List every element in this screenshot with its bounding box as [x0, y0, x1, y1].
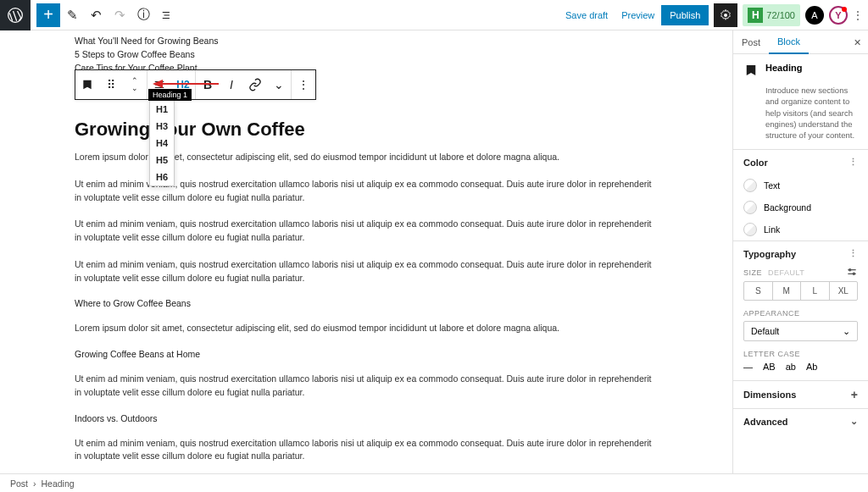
toc-item[interactable]: 5 Steps to Grow Coffee Beans — [75, 49, 658, 59]
background-color-row[interactable]: Background — [733, 196, 868, 218]
paragraph-block[interactable]: Ut enim ad minim veniam, quis nostrud ex… — [75, 258, 658, 285]
outline-button[interactable] — [155, 3, 179, 27]
heading-option-h3[interactable]: H3 — [150, 118, 174, 135]
typography-panel: Typography ⋮ SIZE DEFAULT S M L XL APPEA… — [733, 240, 868, 380]
color-panel-options[interactable]: ⋮ — [849, 157, 858, 168]
sidebar-tabs: Post Block ✕ — [733, 30, 868, 54]
paragraph-block[interactable]: Ut enim ad minim veniam, quis nostrud ex… — [75, 218, 658, 245]
heading-option-h5[interactable]: H5 — [150, 152, 174, 169]
dimensions-panel[interactable]: Dimensions + — [733, 380, 868, 408]
letter-case-options: — AB ab Ab — [743, 362, 858, 372]
dimensions-panel-title: Dimensions — [743, 390, 796, 400]
advanced-panel-title: Advanced — [743, 417, 788, 427]
appearance-label: APPEARANCE — [743, 309, 858, 318]
publish-button[interactable]: Publish — [661, 5, 709, 25]
paragraph-block[interactable]: Ut enim ad minim veniam, quis nostrud ex… — [75, 373, 658, 400]
case-lower[interactable]: ab — [786, 362, 796, 372]
size-label: SIZE — [743, 268, 762, 277]
paragraph-block[interactable]: Ut enim ad minim veniam, quis nostrud ex… — [75, 437, 658, 464]
svg-point-4 — [849, 269, 851, 271]
font-size-presets: S M L XL — [743, 281, 858, 301]
text-color-swatch — [743, 179, 757, 192]
seo-h-icon: H — [748, 8, 763, 23]
info-button[interactable]: ⓘ — [131, 3, 155, 27]
save-draft-button[interactable]: Save draft — [559, 10, 615, 20]
dimensions-add-button[interactable]: + — [851, 388, 858, 401]
plugin-a-icon[interactable]: A — [805, 6, 824, 25]
breadcrumb-heading[interactable]: Heading — [42, 478, 75, 489]
text-color-label: Text — [764, 180, 780, 191]
link-color-swatch — [743, 223, 757, 236]
block-type-icon[interactable] — [75, 70, 99, 99]
case-upper[interactable]: AB — [763, 362, 776, 372]
settings-button[interactable] — [714, 3, 737, 27]
background-color-swatch — [743, 201, 757, 214]
appearance-value: Default — [751, 326, 779, 336]
tab-post[interactable]: Post — [733, 30, 769, 54]
breadcrumb: Post › Heading — [0, 473, 868, 492]
text-color-row[interactable]: Text — [733, 174, 868, 196]
link-color-row[interactable]: Link — [733, 218, 868, 240]
subheading-block[interactable]: Where to Grow Coffee Beans — [75, 298, 658, 308]
typography-panel-title: Typography — [743, 249, 796, 259]
undo-button[interactable]: ↶ — [84, 3, 108, 27]
link-color-label: Link — [764, 224, 780, 235]
heading-option-h4[interactable]: H4 — [150, 135, 174, 152]
advanced-panel[interactable]: Advanced ⌄ — [733, 408, 868, 434]
block-toolbar: ⠿ ⌃⌄ H2 B I ⌄ ⋮ — [75, 69, 316, 100]
subheading-block[interactable]: Growing Coffee Beans at Home — [75, 349, 658, 359]
heading-option-h6[interactable]: H6 — [150, 169, 174, 185]
background-color-label: Background — [764, 202, 811, 213]
size-l[interactable]: L — [801, 282, 830, 300]
svg-point-5 — [853, 274, 854, 275]
wordpress-logo[interactable] — [0, 0, 31, 30]
bold-button[interactable]: B — [196, 70, 220, 99]
add-block-button[interactable]: + — [36, 3, 60, 27]
heading-option-h1[interactable]: H1 — [150, 101, 174, 118]
size-s[interactable]: S — [744, 282, 773, 300]
size-m[interactable]: M — [773, 282, 802, 300]
heading-level-dropdown: Heading 1 H1 H3 H4 H5 H6 — [149, 100, 175, 186]
size-default-label: DEFAULT — [768, 268, 804, 277]
seo-score-text: 72/100 — [766, 10, 795, 20]
toc-item[interactable]: What You'll Need for Growing Beans — [75, 36, 658, 46]
settings-sidebar: Post Block ✕ Heading Introduce new secti… — [732, 30, 868, 473]
color-panel-title: Color — [743, 158, 768, 168]
more-options-button[interactable]: ⋮ — [848, 8, 868, 22]
custom-size-toggle[interactable] — [846, 266, 858, 278]
appearance-select[interactable]: Default ⌄ — [743, 321, 858, 341]
case-none[interactable]: — — [743, 362, 753, 372]
link-button[interactable] — [243, 70, 267, 99]
typography-panel-options[interactable]: ⋮ — [849, 248, 858, 259]
chevron-down-icon: ⌄ — [843, 326, 850, 336]
editor-top-bar: + ✎ ↶ ↷ ⓘ Save draft Preview Publish H 7… — [0, 0, 868, 30]
paragraph-block[interactable]: Lorem ipsum dolor sit amet, consectetur … — [75, 322, 658, 335]
block-name-label: Heading — [765, 63, 802, 80]
block-info-header: Heading — [733, 54, 868, 85]
block-options-button[interactable]: ⋮ — [292, 70, 315, 99]
breadcrumb-post[interactable]: Post — [10, 478, 28, 489]
more-rich-text-button[interactable]: ⌄ — [267, 70, 291, 99]
drag-handle-icon[interactable]: ⠿ — [99, 70, 123, 99]
breadcrumb-separator: › — [33, 478, 36, 489]
yoast-icon[interactable]: Y — [829, 6, 848, 25]
subheading-block[interactable]: Indoors vs. Outdoors — [75, 413, 658, 423]
tab-block[interactable]: Block — [769, 30, 809, 54]
move-updown-icon[interactable]: ⌃⌄ — [123, 70, 147, 99]
heading-level-tooltip: Heading 1 — [148, 89, 192, 101]
italic-button[interactable]: I — [220, 70, 243, 99]
block-description: Introduce new sections and organize cont… — [733, 85, 868, 149]
chevron-down-icon[interactable]: ⌄ — [850, 416, 858, 427]
size-xl[interactable]: XL — [830, 282, 858, 300]
lettercase-label: LETTER CASE — [743, 350, 858, 358]
seo-score-badge[interactable]: H 72/100 — [743, 4, 800, 26]
edit-mode-icon[interactable]: ✎ — [60, 3, 84, 27]
preview-button[interactable]: Preview — [615, 10, 661, 20]
heading-block-icon — [743, 63, 759, 80]
editor-canvas: What You'll Need for Growing Beans 5 Ste… — [0, 30, 732, 473]
color-panel: Color ⋮ Text Background Link — [733, 149, 868, 240]
svg-point-1 — [724, 14, 727, 17]
redo-button[interactable]: ↷ — [108, 3, 131, 27]
case-capitalize[interactable]: Ab — [806, 362, 817, 372]
close-sidebar-button[interactable]: ✕ — [847, 37, 868, 47]
